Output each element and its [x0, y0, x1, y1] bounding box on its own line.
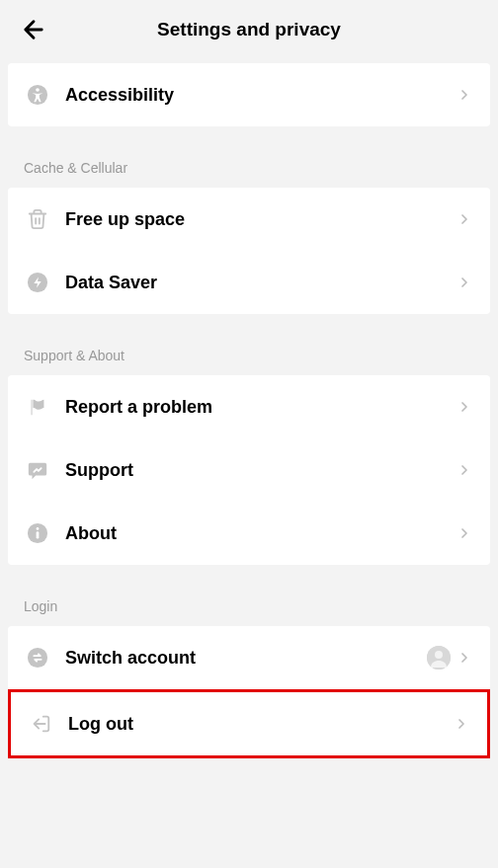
svg-point-4	[37, 527, 40, 530]
chevron-right-icon	[456, 650, 472, 666]
row-switch-account[interactable]: Switch account	[8, 626, 490, 689]
row-accessibility[interactable]: Accessibility	[8, 63, 490, 126]
row-free-space[interactable]: Free up space	[8, 188, 490, 251]
row-label-switch: Switch account	[65, 648, 427, 669]
back-button[interactable]	[20, 16, 47, 43]
row-label-accessibility: Accessibility	[65, 85, 456, 106]
row-label-report: Report a problem	[65, 397, 456, 418]
flag-icon	[26, 395, 49, 419]
row-label-about: About	[65, 523, 456, 544]
row-logout[interactable]: Log out	[8, 689, 490, 758]
chevron-right-icon	[456, 275, 472, 290]
info-icon	[26, 521, 49, 545]
svg-point-1	[36, 88, 40, 92]
row-report[interactable]: Report a problem	[8, 375, 490, 438]
row-label-logout: Log out	[68, 714, 454, 735]
card-support: Report a problem Support About	[8, 375, 490, 565]
svg-rect-5	[37, 531, 40, 538]
accessibility-icon	[26, 83, 49, 107]
avatar-icon	[427, 646, 451, 670]
chevron-right-icon	[454, 716, 469, 732]
data-saver-icon	[26, 271, 49, 294]
row-label-support: Support	[65, 460, 456, 481]
chevron-right-icon	[456, 525, 472, 541]
support-icon	[26, 458, 49, 482]
chevron-right-icon	[456, 87, 472, 103]
section-label-cache: Cache & Cellular	[0, 136, 498, 188]
row-support[interactable]: Support	[8, 438, 490, 502]
card-login: Switch account Log out	[8, 626, 490, 758]
svg-point-8	[435, 651, 443, 659]
page-title: Settings and privacy	[0, 19, 498, 40]
row-about[interactable]: About	[8, 502, 490, 565]
card-cache: Free up space Data Saver	[8, 188, 490, 314]
row-label-free-space: Free up space	[65, 209, 456, 230]
header: Settings and privacy	[0, 0, 498, 63]
svg-point-6	[28, 648, 47, 668]
chevron-right-icon	[456, 462, 472, 478]
trash-icon	[26, 207, 49, 231]
section-label-login: Login	[0, 575, 498, 626]
row-label-data-saver: Data Saver	[65, 273, 456, 293]
card-top: Accessibility	[8, 63, 490, 126]
chevron-right-icon	[456, 399, 472, 415]
section-label-support: Support & About	[0, 324, 498, 375]
switch-icon	[26, 646, 49, 670]
row-data-saver[interactable]: Data Saver	[8, 251, 490, 314]
chevron-right-icon	[456, 211, 472, 227]
arrow-left-icon	[20, 16, 47, 43]
logout-icon	[29, 712, 52, 736]
